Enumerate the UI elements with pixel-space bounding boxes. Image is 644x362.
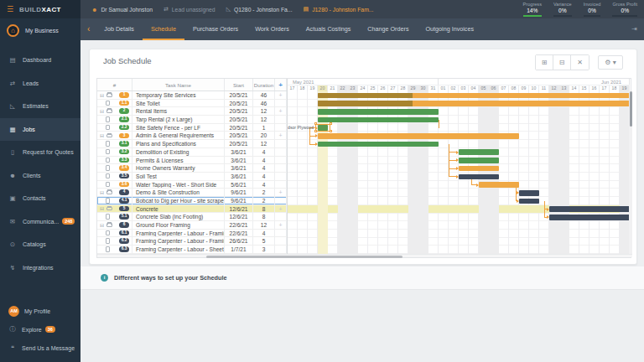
gantt-bar[interactable]: Concrete Slab (inc Footing) [549,215,630,220]
column-header-dur[interactable]: Duration [253,79,275,90]
collapse-sidebar-icon[interactable]: ‹ [80,18,96,40]
tab-work-orders[interactable]: Work Orders [247,18,298,40]
zoom-in-button[interactable]: ⊞ [536,55,553,70]
resize-handle[interactable] [314,130,317,132]
tab-job-details[interactable]: Job Details [96,18,143,40]
table-row[interactable]: 4.1Bobcat to Dig per Hour - site scrape9… [97,197,287,205]
gantt-body[interactable]: dsor Plywood)Temporary Site ServicesSite… [288,91,630,254]
sidebar-business[interactable]: ⌂ My Business [0,18,80,42]
sidebar-footer-my-profile[interactable]: AMMy Profile [0,302,80,320]
row-add-button[interactable]: + [275,132,287,139]
sidebar-footer-send-us-a-message[interactable]: ❝Send Us a Message [0,339,80,357]
table-row[interactable]: 5.1Concrete Slab (inc Footing)12/6/218 [97,213,287,221]
row-add-button[interactable]: + [275,107,287,115]
expand-button[interactable]: ✕ [571,55,589,70]
sidebar-item-label: Catalogs [23,241,46,247]
schedule-help-note[interactable]: i Different ways to set up your Schedule [80,266,644,290]
table-row[interactable]: ⊟6Ground Floor Framing22/6/2112+ [97,221,287,230]
day-header-cell: 28 [398,85,408,91]
add-task-button[interactable]: + [275,79,287,90]
column-header-task[interactable]: Task Name [132,79,225,90]
resize-handle[interactable] [330,122,332,125]
gantt-bar[interactable]: Tarp Rental (2 x Large) [318,117,439,123]
table-row[interactable]: ⊟3Admin & General Requirements20/5/2120+ [97,132,287,140]
gantt-bar[interactable]: Bobcat to Dig per Hour [519,199,539,204]
topbar-item[interactable]: ⇄Lead unassigned [164,6,216,13]
gantt-settings-button[interactable]: ⚙ ▾ [598,55,623,70]
table-row[interactable]: ⊟4Demo & Site Construction9/6/212+ [97,189,287,197]
row-add-placeholder [275,197,287,204]
table-row[interactable]: 3.4Home Owners Warranty3/6/214 [97,164,287,173]
gantt-bar[interactable]: Demolition of Existing [459,149,499,155]
row-add-button[interactable]: + [275,91,287,99]
table-row[interactable]: 3.5Soil Test3/6/214 [97,173,287,181]
resize-handle[interactable] [330,130,332,132]
topbar-item[interactable]: ◺Q1280 - Johnston Fa... [226,6,293,13]
table-row[interactable]: 3.6Water Tapping - Wet - Short Side5/6/2… [97,181,287,189]
horizontal-scrollbar[interactable] [97,254,632,257]
tab-overflow-icon[interactable]: ⇥ [631,18,644,40]
gantt-bar[interactable]: Demo & Site Construction [519,190,539,196]
business-logo-icon: ⌂ [7,24,19,37]
tab-schedule[interactable]: Schedule [143,18,184,40]
sidebar-footer-explore[interactable]: ⓘExplore36 [0,320,80,339]
gantt-bar[interactable]: Temporary Site Services [318,93,630,99]
avatar: AM [8,306,19,317]
gantt-bar[interactable]: Rental Items [318,109,439,115]
topbar-item[interactable]: ☻Dr Samual Johnston [91,7,153,13]
sidebar-item-request-for-quotes[interactable]: ▯Request for Quotes [0,141,80,164]
gantt-bar[interactable]: Concrete [549,206,630,212]
table-row[interactable]: ⊟2Rental Items20/5/2112+ [97,107,287,116]
table-row[interactable]: 3.1Plans and Specifications20/5/2112 [97,140,287,148]
day-header-cell: 23 [348,85,358,91]
day-header-cell: 27 [388,85,398,91]
sidebar-item-clients[interactable]: ☻Clients [0,164,80,188]
gantt-bar[interactable]: Permits & Licenses [459,158,499,163]
gantt-bar[interactable]: Home Owners Warranty [459,166,499,172]
table-row[interactable]: 6.1Framing Carpenter - Labour - Framing … [97,230,287,238]
task-number-badge: 3.4 [119,165,129,171]
gantt-bar[interactable]: Soil Test [459,174,499,180]
gantt-bar[interactable]: Admin & General Requirements [318,133,519,139]
task-name: Framing Carpenter - Labour - Sheet Flo [132,246,225,253]
row-add-button[interactable]: + [275,221,287,229]
zoom-out-button[interactable]: ⊟ [553,55,571,70]
row-add-button[interactable]: + [275,189,287,196]
task-start-date: 26/6/21 [225,237,253,245]
resize-handle[interactable] [314,122,317,125]
hamburger-menu-icon[interactable]: ☰ [7,5,13,13]
day-header-cell: 21 [328,85,338,91]
gantt-bar[interactable]: Plans and Specifications [318,142,439,147]
row-add-button[interactable]: + [275,205,287,213]
tab-actuals-costings[interactable]: Actuals Costings [298,18,360,40]
tab-change-orders[interactable]: Change Orders [359,18,417,40]
table-row[interactable]: ⊟1Temporary Site Services20/5/2146+ [97,91,287,100]
gantt-bar[interactable]: Site Toilet [318,101,630,106]
table-row[interactable]: 6.3Framing Carpenter - Labour - Sheet Fl… [97,246,287,254]
table-row[interactable]: 3.3Permits & Licenses3/6/214 [97,157,287,165]
table-row[interactable]: 6.2Framing Carpenter - Labour - Framing … [97,237,287,246]
column-header-num[interactable]: # [97,79,132,90]
sidebar-item-estimates[interactable]: ◺Estimates [0,95,80,118]
table-row[interactable]: 2.1Tarp Rental (2 x Large)20/5/2112 [97,116,287,124]
task-name: Plans and Specifications [132,140,225,147]
sidebar-item-integrations[interactable]: ↯Integrations [0,256,80,280]
topbar-item[interactable]: ▤J1280 - Johnston Fam... [304,6,374,13]
gantt-vertical-scrollbar[interactable] [629,91,632,254]
sidebar-item-leads[interactable]: ⇄Leads [0,72,80,96]
sidebar-item-contacts[interactable]: ▣Contacts [0,187,80,210]
sidebar-item-jobs[interactable]: ▦Jobs [0,118,80,142]
row-add-placeholder [275,237,287,245]
gantt-bar[interactable]: Water Tapping - Wet - Short Side [479,182,519,188]
sidebar-item-dashboard[interactable]: ▤Dashboard [0,49,80,72]
table-row[interactable]: 3.2Demolition of Existing3/6/214 [97,148,287,157]
table-row[interactable]: ⊟5Concrete12/6/218+ [97,205,287,214]
table-row[interactable]: 1.1Site Toilet20/5/2146 [97,100,287,108]
sidebar-item-communica-[interactable]: ✉Communica...248 [0,210,80,234]
column-header-start[interactable]: Start [225,79,253,90]
sidebar-item-catalogs[interactable]: ⊙Catalogs [0,233,80,256]
tab-purchase-orders[interactable]: Purchase Orders [184,18,247,40]
table-row[interactable]: 2.2Site Safety Fence - per LF20/5/211 [97,124,287,132]
integrations-icon: ↯ [8,264,17,272]
tab-outgoing-invoices[interactable]: Outgoing Invoices [418,18,483,40]
